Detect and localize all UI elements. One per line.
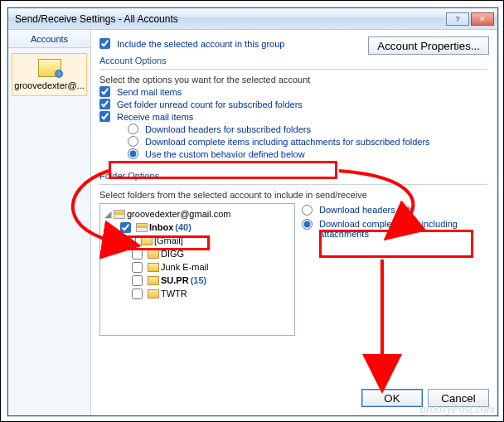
- dl-headers-sub-radio[interactable]: [128, 124, 138, 134]
- main-panel: Include the selected account in this gro…: [91, 30, 497, 415]
- folder-icon: [148, 276, 159, 285]
- account-folder-icon: [38, 59, 61, 77]
- use-custom-radio[interactable]: [128, 148, 138, 159]
- supr-checkbox[interactable]: [132, 275, 143, 286]
- account-label: groovedexter@...: [14, 80, 85, 90]
- gmail-checkbox[interactable]: [125, 235, 136, 246]
- account-options-heading: Account Options: [99, 56, 487, 65]
- account-properties-button[interactable]: Account Properties...: [368, 36, 489, 55]
- send-mail-row[interactable]: Send mail items: [99, 86, 487, 97]
- account-options-instruction: Select the options you want for the sele…: [99, 75, 487, 85]
- dl-headers-only-label: Download headers only: [319, 205, 414, 215]
- folder-icon: [141, 236, 153, 245]
- supr-label: SU.PR: [161, 274, 189, 287]
- download-mode-group: Download headers only Download complete …: [302, 203, 487, 336]
- folder-area: ◢ groovedexter@gmail.com Inbox (40) ▷: [99, 203, 487, 336]
- dl-headers-sub-label: Download headers for subscribed folders: [145, 124, 311, 134]
- account-item[interactable]: groovedexter@...: [12, 53, 87, 96]
- inbox-count: (40): [175, 221, 191, 234]
- folder-icon: [148, 250, 159, 259]
- dl-complete-label: Download complete item including attachm…: [319, 219, 487, 239]
- divider: [99, 69, 487, 70]
- send-mail-label: Send mail items: [117, 87, 182, 97]
- tree-junk[interactable]: Junk E-mail: [132, 260, 291, 274]
- use-custom-row[interactable]: Use the custom behavior defined below: [128, 148, 305, 159]
- receive-mail-checkbox[interactable]: [99, 111, 110, 122]
- dialog-body: Accounts groovedexter@... Include the se…: [8, 30, 497, 415]
- inbox-icon: [136, 223, 148, 232]
- tree-digg[interactable]: DIGG: [132, 247, 291, 260]
- collapse-icon[interactable]: ◢: [104, 207, 112, 221]
- twtr-label: TWTR: [161, 287, 187, 300]
- junk-checkbox[interactable]: [132, 262, 143, 273]
- dl-headers-only-row[interactable]: Download headers only: [302, 205, 487, 216]
- help-button[interactable]: ?: [446, 12, 469, 26]
- ok-button[interactable]: OK: [361, 389, 423, 407]
- folder-icon: [148, 263, 159, 272]
- tree-root-label: groovedexter@gmail.com: [127, 207, 231, 221]
- tree-twtr[interactable]: TWTR: [132, 287, 291, 300]
- dl-complete-radio[interactable]: [302, 219, 313, 230]
- get-unread-label: Get folder unread count for subscribed f…: [117, 99, 303, 109]
- divider-2: [99, 184, 487, 185]
- dl-complete-sub-row[interactable]: Download complete items including attach…: [128, 136, 487, 147]
- window-title: Send/Receive Settings - All Accounts: [12, 13, 444, 25]
- digg-checkbox[interactable]: [132, 249, 143, 260]
- folder-icon: [148, 289, 159, 298]
- tree-inbox[interactable]: Inbox (40): [120, 221, 291, 234]
- dl-complete-sub-label: Download complete items including attach…: [145, 137, 430, 147]
- dialog-window: Send/Receive Settings - All Accounts ? ✕…: [7, 7, 498, 416]
- expand-icon[interactable]: ▷: [115, 234, 124, 247]
- tree-supr[interactable]: SU.PR (15): [132, 274, 291, 287]
- dl-complete-row[interactable]: Download complete item including attachm…: [302, 219, 487, 239]
- twtr-checkbox[interactable]: [132, 289, 143, 299]
- inbox-label: Inbox: [149, 221, 173, 234]
- mailbox-icon: [114, 210, 125, 219]
- junk-label: Junk E-mail: [161, 260, 208, 274]
- dl-headers-sub-row[interactable]: Download headers for subscribed folders: [128, 124, 487, 134]
- get-unread-checkbox[interactable]: [99, 99, 110, 109]
- dialog-buttons: OK Cancel: [361, 389, 489, 407]
- send-mail-checkbox[interactable]: [99, 86, 110, 97]
- dl-complete-sub-radio[interactable]: [128, 136, 138, 147]
- receive-mail-row[interactable]: Receive mail items: [99, 111, 487, 122]
- folder-tree[interactable]: ◢ groovedexter@gmail.com Inbox (40) ▷: [99, 203, 295, 336]
- digg-label: DIGG: [161, 247, 184, 260]
- supr-count: (15): [191, 274, 207, 287]
- accounts-panel: Accounts groovedexter@...: [8, 30, 91, 415]
- cancel-button[interactable]: Cancel: [428, 389, 489, 407]
- close-button[interactable]: ✕: [471, 12, 494, 26]
- receive-mail-label: Receive mail items: [117, 112, 193, 122]
- use-custom-label: Use the custom behavior defined below: [145, 149, 305, 159]
- inbox-checkbox[interactable]: [120, 222, 131, 233]
- tree-root[interactable]: ◢ groovedexter@gmail.com: [104, 207, 291, 221]
- get-unread-row[interactable]: Get folder unread count for subscribed f…: [99, 99, 487, 109]
- titlebar: Send/Receive Settings - All Accounts ? ✕: [8, 8, 497, 30]
- folder-options-instruction: Select folders from the selected account…: [99, 190, 487, 200]
- folder-options-heading: Folder Options: [99, 171, 487, 181]
- include-label: Include the selected account in this gro…: [117, 39, 284, 49]
- gmail-label: [Gmail]: [154, 234, 183, 247]
- dl-headers-only-radio[interactable]: [302, 205, 313, 216]
- accounts-header: Accounts: [8, 30, 90, 48]
- tree-gmail[interactable]: ▷ [Gmail]: [115, 234, 291, 247]
- include-checkbox[interactable]: [99, 38, 110, 49]
